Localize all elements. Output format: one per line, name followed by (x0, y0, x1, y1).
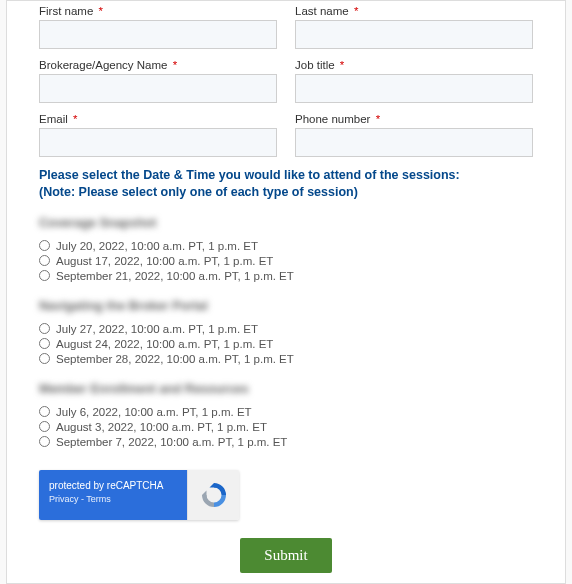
session-radio[interactable] (39, 421, 50, 432)
session-title-3: Member Enrollment and Resources (39, 382, 249, 396)
session-group-1: Coverage Snapshot July 20, 2022, 10:00 a… (39, 213, 533, 282)
group-first-name: First name * (39, 5, 277, 49)
first-name-input[interactable] (39, 20, 277, 49)
required-mark: * (354, 5, 358, 17)
session-option[interactable]: August 17, 2022, 10:00 a.m. PT, 1 p.m. E… (39, 255, 533, 267)
recaptcha-links: Privacy - Terms (49, 494, 177, 506)
row-brokerage-job: Brokerage/Agency Name * Job title * (39, 59, 533, 103)
phone-input[interactable] (295, 128, 533, 157)
session-option[interactable]: September 21, 2022, 10:00 a.m. PT, 1 p.m… (39, 270, 533, 282)
label-text: Job title (295, 59, 335, 71)
group-phone: Phone number * (295, 113, 533, 157)
label-text: Email (39, 113, 68, 125)
required-mark: * (73, 113, 77, 125)
session-option-label: August 17, 2022, 10:00 a.m. PT, 1 p.m. E… (56, 255, 273, 267)
session-radio[interactable] (39, 255, 50, 266)
session-option[interactable]: July 20, 2022, 10:00 a.m. PT, 1 p.m. ET (39, 240, 533, 252)
required-mark: * (173, 59, 177, 71)
session-option[interactable]: August 3, 2022, 10:00 a.m. PT, 1 p.m. ET (39, 421, 533, 433)
session-option[interactable]: September 28, 2022, 10:00 a.m. PT, 1 p.m… (39, 353, 533, 365)
session-option-label: July 27, 2022, 10:00 a.m. PT, 1 p.m. ET (56, 323, 258, 335)
group-email: Email * (39, 113, 277, 157)
label-text: Brokerage/Agency Name (39, 59, 167, 71)
session-option-label: August 24, 2022, 10:00 a.m. PT, 1 p.m. E… (56, 338, 273, 350)
required-mark: * (340, 59, 344, 71)
session-option-label: August 3, 2022, 10:00 a.m. PT, 1 p.m. ET (56, 421, 267, 433)
recaptcha-icon (187, 470, 239, 520)
session-title-1: Coverage Snapshot (39, 216, 156, 230)
email-input[interactable] (39, 128, 277, 157)
group-brokerage: Brokerage/Agency Name * (39, 59, 277, 103)
label-text: First name (39, 5, 93, 17)
label-brokerage: Brokerage/Agency Name * (39, 59, 277, 71)
session-option[interactable]: July 27, 2022, 10:00 a.m. PT, 1 p.m. ET (39, 323, 533, 335)
brokerage-input[interactable] (39, 74, 277, 103)
session-option[interactable]: September 7, 2022, 10:00 a.m. PT, 1 p.m.… (39, 436, 533, 448)
session-radio[interactable] (39, 406, 50, 417)
required-mark: * (99, 5, 103, 17)
recaptcha-badge: protected by reCAPTCHA Privacy - Terms (39, 470, 239, 520)
label-last-name: Last name * (295, 5, 533, 17)
session-radio[interactable] (39, 353, 50, 364)
recaptcha-protected: protected by reCAPTCHA (49, 479, 177, 492)
session-option-label: July 20, 2022, 10:00 a.m. PT, 1 p.m. ET (56, 240, 258, 252)
label-first-name: First name * (39, 5, 277, 17)
last-name-input[interactable] (295, 20, 533, 49)
recaptcha-terms-link[interactable]: Terms (86, 494, 111, 504)
session-option-label: September 28, 2022, 10:00 a.m. PT, 1 p.m… (56, 353, 294, 365)
session-option-label: September 21, 2022, 10:00 a.m. PT, 1 p.m… (56, 270, 294, 282)
recaptcha-text: protected by reCAPTCHA Privacy - Terms (39, 470, 187, 520)
required-mark: * (376, 113, 380, 125)
submit-wrap: Submit (39, 538, 533, 573)
label-text: Last name (295, 5, 349, 17)
group-last-name: Last name * (295, 5, 533, 49)
label-job-title: Job title * (295, 59, 533, 71)
session-radio[interactable] (39, 338, 50, 349)
label-text: Phone number (295, 113, 370, 125)
row-email-phone: Email * Phone number * (39, 113, 533, 157)
job-title-input[interactable] (295, 74, 533, 103)
session-option[interactable]: August 24, 2022, 10:00 a.m. PT, 1 p.m. E… (39, 338, 533, 350)
session-option-label: September 7, 2022, 10:00 a.m. PT, 1 p.m.… (56, 436, 287, 448)
session-option-label: July 6, 2022, 10:00 a.m. PT, 1 p.m. ET (56, 406, 252, 418)
group-job-title: Job title * (295, 59, 533, 103)
session-option[interactable]: July 6, 2022, 10:00 a.m. PT, 1 p.m. ET (39, 406, 533, 418)
recaptcha-privacy-link[interactable]: Privacy (49, 494, 79, 504)
session-title-2: Navigating the Broker Portal (39, 299, 208, 313)
label-phone: Phone number * (295, 113, 533, 125)
session-group-2: Navigating the Broker Portal July 27, 20… (39, 296, 533, 365)
session-radio[interactable] (39, 436, 50, 447)
session-radio[interactable] (39, 240, 50, 251)
label-email: Email * (39, 113, 277, 125)
instructions-line-2: (Note: Please select only one of each ty… (39, 184, 533, 201)
form-container: First name * Last name * Brokerage/Agenc… (6, 0, 566, 584)
session-instructions: Please select the Date & Time you would … (39, 167, 533, 201)
session-group-3: Member Enrollment and Resources July 6, … (39, 379, 533, 448)
recaptcha-logo-icon (199, 480, 229, 510)
session-radio[interactable] (39, 270, 50, 281)
session-radio[interactable] (39, 323, 50, 334)
instructions-line-1: Please select the Date & Time you would … (39, 167, 533, 184)
row-first-last: First name * Last name * (39, 5, 533, 49)
submit-button[interactable]: Submit (240, 538, 331, 573)
